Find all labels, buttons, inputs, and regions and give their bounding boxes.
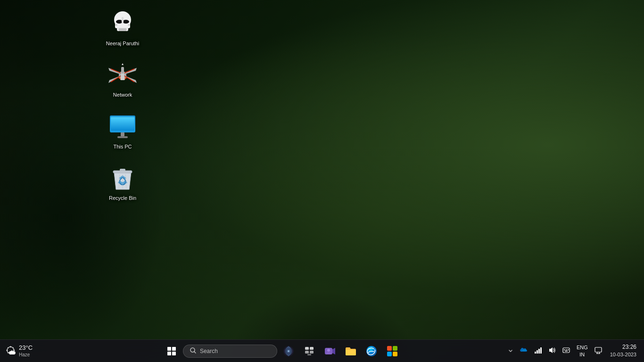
tray-expand-button[interactable] bbox=[506, 346, 515, 356]
svg-point-3 bbox=[123, 20, 129, 24]
svg-rect-56 bbox=[535, 352, 536, 354]
svg-point-49 bbox=[327, 349, 330, 352]
desktop-icon-user[interactable]: Neeraj Paruthi bbox=[101, 9, 144, 47]
system-tray: ENG IN 23:26 10-03-2023 bbox=[503, 340, 644, 362]
svg-rect-33 bbox=[120, 169, 125, 171]
tray-input-icon[interactable] bbox=[560, 345, 572, 357]
taskbar-app-meet[interactable] bbox=[321, 342, 339, 361]
desktop-icons: Neeraj Paruthi bbox=[101, 9, 144, 201]
svg-rect-30 bbox=[117, 136, 128, 138]
svg-marker-13 bbox=[122, 63, 124, 65]
desktop-background bbox=[0, 0, 644, 362]
svg-rect-55 bbox=[393, 352, 397, 356]
taskbar-app-file-explorer[interactable] bbox=[341, 342, 360, 361]
svg-marker-16 bbox=[108, 68, 121, 74]
svg-rect-10 bbox=[128, 25, 130, 25]
svg-rect-53 bbox=[393, 346, 397, 351]
network-icon bbox=[108, 61, 137, 89]
svg-rect-46 bbox=[310, 351, 314, 354]
weather-description: Haze bbox=[19, 352, 33, 358]
edge-icon bbox=[365, 345, 378, 357]
svg-rect-62 bbox=[566, 349, 567, 350]
svg-rect-12 bbox=[121, 67, 124, 74]
tray-onedrive-icon[interactable] bbox=[517, 345, 530, 357]
svg-point-21 bbox=[124, 77, 126, 79]
svg-rect-45 bbox=[305, 351, 309, 354]
search-text: Search bbox=[200, 348, 218, 354]
svg-rect-4 bbox=[122, 17, 124, 23]
svg-line-38 bbox=[194, 352, 196, 353]
desktop-icon-this-pc[interactable]: This PC bbox=[101, 113, 144, 150]
svg-rect-28 bbox=[111, 116, 134, 131]
svg-rect-43 bbox=[305, 347, 309, 350]
this-pc-icon bbox=[108, 113, 137, 141]
network-icon-label: Network bbox=[113, 91, 132, 98]
task-view-icon bbox=[304, 346, 314, 356]
taskbar-center: Search bbox=[61, 342, 503, 361]
weather-temperature: 23°C bbox=[19, 344, 33, 352]
svg-marker-50 bbox=[332, 348, 335, 354]
recycle-bin-icon bbox=[108, 164, 137, 192]
weather-icon: 🌤 bbox=[6, 345, 16, 357]
svg-rect-61 bbox=[564, 349, 565, 350]
search-icon bbox=[190, 347, 196, 355]
desktop-icon-network[interactable]: Network bbox=[101, 61, 144, 98]
svg-rect-54 bbox=[387, 352, 392, 356]
taskbar-app-store[interactable] bbox=[383, 342, 402, 361]
svg-rect-63 bbox=[568, 349, 569, 350]
user-icon-label: Neeraj Paruthi bbox=[106, 40, 139, 47]
tray-network-icon[interactable] bbox=[532, 345, 544, 357]
taskbar-app-edge[interactable] bbox=[362, 342, 381, 361]
svg-rect-57 bbox=[537, 350, 538, 354]
svg-rect-58 bbox=[538, 349, 540, 354]
language-indicator[interactable]: ENG IN bbox=[574, 343, 590, 359]
windows-logo bbox=[167, 347, 176, 355]
svg-point-2 bbox=[116, 20, 123, 24]
tray-display-icon[interactable] bbox=[592, 345, 604, 357]
windows-logo-square-3 bbox=[167, 352, 171, 355]
recycle-bin-icon-label: Recycle Bin bbox=[109, 195, 136, 201]
language-code: ENG bbox=[577, 344, 588, 351]
store-icon bbox=[386, 345, 398, 357]
weather-text: 23°C Haze bbox=[19, 344, 33, 358]
tray-volume-icon[interactable] bbox=[546, 345, 558, 357]
svg-marker-17 bbox=[124, 68, 137, 74]
file-explorer-icon bbox=[345, 345, 357, 357]
svg-rect-31 bbox=[110, 115, 135, 117]
taskbar-app-task-view[interactable] bbox=[300, 342, 319, 361]
meet-icon bbox=[324, 345, 336, 357]
svg-point-20 bbox=[119, 77, 121, 79]
svg-rect-64 bbox=[565, 351, 568, 352]
svg-rect-29 bbox=[121, 132, 124, 136]
clock-time: 23:26 bbox=[622, 343, 636, 351]
taskbar: 🌤 23°C Haze Search bbox=[0, 339, 644, 362]
taskbar-app-media[interactable] bbox=[279, 342, 298, 361]
svg-rect-65 bbox=[595, 347, 602, 352]
weather-widget[interactable]: 🌤 23°C Haze bbox=[0, 340, 61, 362]
windows-logo-square-4 bbox=[172, 352, 176, 355]
region-code: IN bbox=[579, 351, 585, 358]
svg-point-42 bbox=[288, 350, 289, 352]
svg-rect-52 bbox=[387, 346, 392, 351]
search-bar[interactable]: Search bbox=[183, 345, 277, 358]
this-pc-icon-label: This PC bbox=[113, 143, 132, 150]
windows-logo-square-1 bbox=[167, 347, 171, 351]
media-icon bbox=[282, 345, 295, 357]
windows-logo-square-2 bbox=[172, 347, 176, 351]
desktop-icon-recycle-bin[interactable]: Recycle Bin bbox=[101, 164, 144, 201]
user-icon bbox=[108, 9, 137, 38]
start-button[interactable] bbox=[162, 342, 181, 361]
clock-widget[interactable]: 23:26 10-03-2023 bbox=[606, 343, 640, 358]
svg-rect-9 bbox=[115, 25, 117, 25]
svg-rect-47 bbox=[307, 354, 311, 355]
clock-date: 10-03-2023 bbox=[610, 351, 636, 358]
svg-rect-44 bbox=[310, 347, 314, 350]
svg-rect-59 bbox=[540, 347, 542, 354]
